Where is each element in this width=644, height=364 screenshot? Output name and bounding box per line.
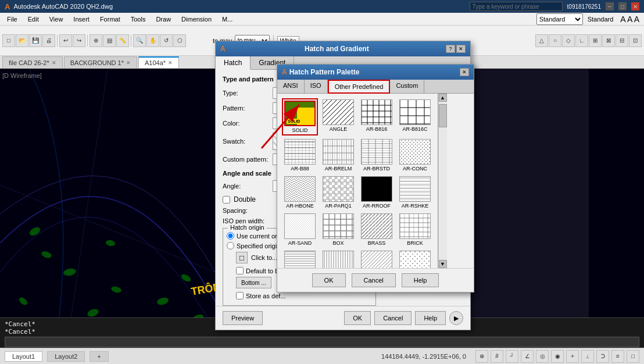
menu-dimension[interactable]: Dimension xyxy=(177,15,216,24)
scroll-down-btn[interactable]: ▼ xyxy=(439,260,447,268)
hatch-expand-button[interactable]: ▶ xyxy=(449,311,463,325)
scroll-up-btn[interactable]: ▲ xyxy=(439,94,447,102)
status-osnap-btn[interactable]: ◎ xyxy=(536,350,549,363)
menu-insert[interactable]: Insert xyxy=(69,15,94,24)
menu-file[interactable]: File xyxy=(2,15,22,24)
menu-tools[interactable]: Tools xyxy=(126,15,151,24)
tool-print[interactable]: 🖨 xyxy=(42,34,55,47)
status-snap-btn[interactable]: ⊕ xyxy=(475,350,488,363)
status-tab-add[interactable]: + xyxy=(90,351,108,362)
pattern-more1[interactable] xyxy=(282,249,318,268)
palette-tab-ansi[interactable]: ANSI xyxy=(277,80,305,93)
tool-r4[interactable]: ∟ xyxy=(575,34,588,47)
store-as-checkbox[interactable] xyxy=(236,292,244,299)
palette-help-button[interactable]: Help xyxy=(402,273,439,287)
pattern-arb816[interactable]: AR-B816 xyxy=(359,98,395,135)
palette-ok-button[interactable]: OK xyxy=(312,273,346,287)
tool-r6[interactable]: ⊠ xyxy=(602,34,615,47)
status-otrack-btn[interactable]: + xyxy=(566,350,579,363)
pattern-arsand[interactable]: AR-SAND xyxy=(282,212,318,247)
tool-r1[interactable]: △ xyxy=(535,34,548,47)
tool-r8[interactable]: ⊡ xyxy=(629,34,642,47)
tab-file-cad-close[interactable]: ✕ xyxy=(52,60,56,66)
pattern-arparq1[interactable]: AR-PARQ1 xyxy=(320,175,356,210)
pattern-brick[interactable]: BRICK xyxy=(397,212,433,247)
hatch-ok-button[interactable]: OK xyxy=(344,311,371,325)
tool-redo[interactable]: ↪ xyxy=(73,34,85,47)
menu-more[interactable]: M... xyxy=(217,15,237,24)
palette-tab-iso[interactable]: ISO xyxy=(305,80,328,93)
pattern-arb88[interactable]: AR-B88 xyxy=(282,138,318,173)
command-input[interactable] xyxy=(5,337,639,347)
click-to-button[interactable]: □ xyxy=(236,252,248,263)
tab-a104a[interactable]: A104a* ✕ xyxy=(138,56,179,68)
status-tmodel-btn[interactable]: □ xyxy=(627,350,639,363)
status-polar-btn[interactable]: ∠ xyxy=(521,350,534,363)
pattern-arconc[interactable]: AR-CONC xyxy=(397,138,433,173)
tool-snap[interactable]: ⊕ xyxy=(90,34,102,47)
status-3dosnap-btn[interactable]: ◉ xyxy=(551,350,564,363)
status-tab-layout1[interactable]: Layout1 xyxy=(5,351,42,362)
pattern-arrshke[interactable]: AR-RSHKE xyxy=(397,175,433,210)
tool-3d[interactable]: ⬡ xyxy=(173,34,186,47)
status-tab-layout2[interactable]: Layout2 xyxy=(47,351,85,362)
tool-measure[interactable]: 📏 xyxy=(116,34,129,47)
pattern-brass[interactable]: BRASS xyxy=(359,212,395,247)
double-checkbox[interactable] xyxy=(223,196,230,204)
close-button[interactable]: ✕ xyxy=(631,2,639,10)
hatch-help-button[interactable]: ? xyxy=(446,45,455,53)
palette-cancel-button[interactable]: Cancel xyxy=(352,273,396,287)
default-to-checkbox[interactable] xyxy=(236,267,244,274)
pattern-solid[interactable]: SOLID SOLID xyxy=(282,98,318,135)
bottom-button[interactable]: Bottom ... xyxy=(236,277,271,288)
scroll-thumb[interactable] xyxy=(439,104,447,127)
tool-r5[interactable]: ⊞ xyxy=(589,34,602,47)
menu-edit[interactable]: Edit xyxy=(23,15,44,24)
menu-view[interactable]: View xyxy=(45,15,68,24)
pattern-box[interactable]: BOX xyxy=(320,212,356,247)
pattern-arb816c[interactable]: AR-B816C xyxy=(397,98,433,135)
pattern-arbrstd[interactable]: AR-BRSTD xyxy=(359,138,395,173)
palette-tab-custom[interactable]: Custom xyxy=(390,80,424,93)
pattern-angle[interactable]: ANGLE xyxy=(320,98,356,135)
pattern-arbrelm[interactable]: AR-BRELM xyxy=(320,138,356,173)
workspace-select[interactable]: Standard xyxy=(536,13,583,25)
tool-pan[interactable]: ✋ xyxy=(146,34,159,47)
tab-background-close[interactable]: ✕ xyxy=(126,60,131,66)
tool-open[interactable]: 📂 xyxy=(16,34,28,47)
pattern-dots[interactable]: · · xyxy=(397,249,433,268)
tool-save[interactable]: 💾 xyxy=(29,34,42,47)
tool-r3[interactable]: ◇ xyxy=(562,34,575,47)
tab-a104a-close[interactable]: ✕ xyxy=(168,60,173,66)
tool-zoom[interactable]: 🔍 xyxy=(133,34,146,47)
tab-file-cad[interactable]: file CAD 26-2* ✕ xyxy=(2,56,63,68)
menu-draw[interactable]: Draw xyxy=(151,15,176,24)
status-ortho-btn[interactable]: ┘ xyxy=(506,350,518,363)
status-dynin-btn[interactable]: Ↄ xyxy=(596,350,609,363)
minimize-button[interactable]: − xyxy=(606,2,614,10)
pattern-arroof[interactable]: AR-RROOF xyxy=(359,175,395,210)
hatch-close-button[interactable]: ✕ xyxy=(456,45,466,53)
status-lweight-btn[interactable]: ≡ xyxy=(611,350,624,363)
status-grid-btn[interactable]: # xyxy=(491,350,503,363)
tool-orbit[interactable]: ↺ xyxy=(160,34,173,47)
menu-format[interactable]: Format xyxy=(95,15,125,24)
palette-tab-other-predefined[interactable]: Other Predefined xyxy=(328,80,391,94)
pattern-more3[interactable] xyxy=(359,249,395,268)
maximize-button[interactable]: □ xyxy=(618,2,627,10)
status-ducs-btn[interactable]: ⟂ xyxy=(581,350,594,363)
hatch-cancel-button[interactable]: Cancel xyxy=(374,311,412,325)
hatch-tab[interactable]: Hatch xyxy=(216,56,251,70)
preview-button[interactable]: Preview xyxy=(223,311,263,325)
tool-r2[interactable]: ○ xyxy=(549,34,561,47)
hatch-help-footer-button[interactable]: Help xyxy=(415,311,446,325)
palette-scrollbar[interactable]: ▲ ▼ xyxy=(438,94,447,268)
tool-layer[interactable]: ▤ xyxy=(103,34,116,47)
tool-r7[interactable]: ⊟ xyxy=(616,34,628,47)
tool-new[interactable]: □ xyxy=(2,34,15,47)
search-input[interactable] xyxy=(470,2,563,11)
pattern-arhbone[interactable]: AR-HBONE xyxy=(282,175,318,210)
tool-undo[interactable]: ↩ xyxy=(59,34,72,47)
palette-close-button[interactable]: ✕ xyxy=(460,68,469,76)
pattern-more2[interactable] xyxy=(320,249,356,268)
